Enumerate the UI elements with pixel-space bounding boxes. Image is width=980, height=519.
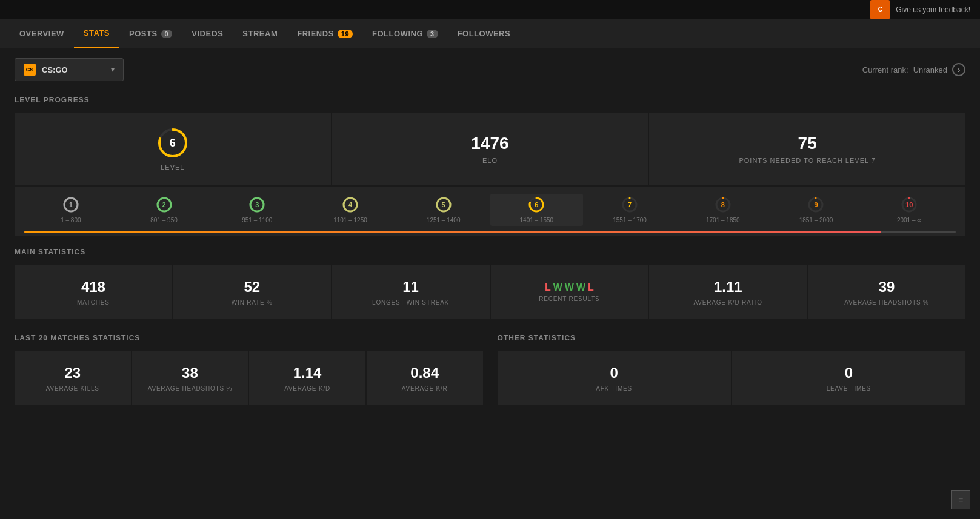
main-stats-grid: 418 MATCHES 52 WIN RATE % 11 LONGEST WIN… — [15, 265, 965, 319]
game-selector-dropdown[interactable]: CS CS:GO ▾ — [15, 58, 124, 81]
other-stat-card-leave-times: 0 LEAVE TIMES — [732, 351, 965, 405]
level-badge-container: 6 LEVEL — [157, 127, 188, 171]
game-icon: CS — [24, 64, 36, 76]
recent-results: LWWWL — [545, 282, 594, 293]
points-needed-label: POINTS NEEDED TO REACH LEVEL 7 — [739, 157, 875, 164]
main-stat-card-win-streak: 11 LONGEST WIN STREAK — [332, 265, 490, 319]
tier-range: 2001 – ∞ — [897, 217, 922, 223]
clash-icon: C — [870, 0, 890, 19]
other-stat-value-leave-times: 0 — [845, 365, 853, 382]
tier-range: 951 – 1100 — [242, 217, 272, 223]
stat-label-matches: MATCHES — [77, 299, 110, 306]
result-badge: W — [576, 282, 585, 293]
last20-card-avg-kd: 1.14 AVERAGE K/D — [249, 351, 365, 405]
main-stat-card-kd-ratio: 1.11 AVERAGE K/D RATIO — [649, 265, 807, 319]
last20-label-avg-kd: AVERAGE K/D — [284, 385, 330, 392]
level-progress-heading: LEVEL PROGRESS — [15, 96, 965, 104]
other-stats-grid: 0 AFK TIMES 0 LEAVE TIMES — [498, 351, 966, 405]
nav-tabs: OVERVIEW STATS POSTS 0 VIDEOS STREAM FRI… — [0, 19, 980, 48]
main-stat-card-win-rate: 52 WIN RATE % — [173, 265, 331, 319]
stat-value-win-rate: 52 — [244, 279, 260, 296]
main-stats-heading: MAIN STATISTICS — [15, 248, 965, 256]
rank-arrow-icon: › — [958, 65, 961, 74]
result-badge: W — [565, 282, 574, 293]
last20-label-avg-kr: AVERAGE K/R — [402, 385, 448, 392]
other-stat-value-afk-times: 0 — [610, 365, 618, 382]
tier-item-10: 10 2001 – ∞ — [862, 194, 956, 226]
last20-card-avg-kills: 23 AVERAGE KILLS — [15, 351, 131, 405]
tier-number: 5 — [442, 201, 445, 208]
tier-number: 10 — [905, 201, 913, 208]
tab-stats[interactable]: STATS — [74, 19, 119, 48]
tier-badge-5: 5 — [435, 196, 452, 213]
other-stats-section: OTHER STATISTICS 0 AFK TIMES 0 LEAVE TIM… — [498, 334, 966, 405]
tier-number: 1 — [69, 201, 73, 208]
last20-value-avg-kr: 0.84 — [410, 365, 439, 382]
tier-badge-4: 4 — [342, 196, 359, 213]
tier-item-6: 6 1401 – 1550 — [490, 194, 584, 226]
game-selector-row: CS CS:GO ▾ Current rank: Unranked › — [15, 58, 965, 81]
tab-posts[interactable]: POSTS 0 — [119, 19, 182, 48]
scroll-button[interactable]: ≡ — [951, 490, 970, 509]
tab-followers[interactable]: FOLLOWERS — [448, 19, 521, 48]
tier-item-8: 8 1701 – 1850 — [676, 194, 770, 226]
chevron-down-icon: ▾ — [111, 65, 115, 74]
notification-area: C Give us your feedback! — [870, 0, 970, 19]
last20-card-avg-hs: 38 AVERAGE HEADSHOTS % — [132, 351, 248, 405]
last20-label-avg-hs: AVERAGE HEADSHOTS % — [148, 385, 233, 392]
following-badge: 3 — [427, 30, 438, 38]
other-stat-label-afk-times: AFK TIMES — [596, 385, 632, 392]
last20-heading: LAST 20 MATCHES STATISTICS — [15, 334, 483, 342]
top-bar: C Give us your feedback! — [0, 0, 980, 19]
tier-range: 1551 – 1700 — [613, 217, 647, 223]
game-selector-label: CS:GO — [42, 65, 105, 74]
main-stat-card-recent-results: LWWWL RECENT RESULTS — [491, 265, 648, 319]
last20-value-avg-kills: 23 — [64, 365, 81, 382]
stat-value-kd-ratio: 1.11 — [714, 279, 742, 296]
tier-badge-3: 3 — [248, 196, 265, 213]
level-number: 6 — [170, 137, 176, 150]
current-rank-label: Current rank: — [862, 65, 908, 74]
points-needed-value: 75 — [798, 134, 817, 153]
tier-bar-container: 1 1 – 800 2 801 – 950 3 951 – 1100 — [15, 187, 965, 236]
tier-badge-7: 7 — [621, 196, 638, 213]
last20-card-avg-kr: 0.84 AVERAGE K/R — [367, 351, 483, 405]
elo-label: ELO — [482, 157, 498, 164]
stat-label-kd-ratio: AVERAGE K/D RATIO — [694, 299, 762, 306]
tier-number: 8 — [721, 201, 725, 208]
main-stats-section: MAIN STATISTICS 418 MATCHES 52 WIN RATE … — [15, 248, 965, 319]
main-content: CS CS:GO ▾ Current rank: Unranked › LEVE… — [0, 48, 980, 415]
level-badge: 6 — [157, 127, 188, 159]
tier-item-4: 4 1101 – 1250 — [304, 194, 397, 226]
level-label: LEVEL — [161, 164, 184, 171]
tier-range: 1401 – 1550 — [520, 217, 554, 223]
stat-label-win-streak: LONGEST WIN STREAK — [372, 299, 449, 306]
tier-item-9: 9 1851 – 2000 — [770, 194, 863, 226]
elo-card: 1476 ELO — [332, 113, 648, 185]
elo-value: 1476 — [471, 134, 508, 153]
current-rank-display: Current rank: Unranked › — [862, 63, 965, 76]
result-badge: L — [588, 282, 594, 293]
main-stat-card-headshots: 39 AVERAGE HEADSHOTS % — [808, 265, 965, 319]
tier-badge-9: 9 — [807, 196, 824, 213]
rank-circle: › — [952, 63, 965, 76]
tier-badge-6: 6 — [528, 196, 545, 213]
tab-following[interactable]: FOLLOWING 3 — [362, 19, 448, 48]
tier-badge-10: 10 — [901, 196, 918, 213]
tab-stream[interactable]: STREAM — [233, 19, 287, 48]
tab-overview[interactable]: OVERVIEW — [10, 19, 74, 48]
stat-value-win-streak: 11 — [402, 279, 419, 296]
tab-videos[interactable]: VIDEOS — [182, 19, 233, 48]
result-badge: L — [545, 282, 551, 293]
tier-range: 1251 – 1400 — [427, 217, 461, 223]
tier-range: 1851 – 2000 — [799, 217, 833, 223]
tiers-row: 1 1 – 800 2 801 – 950 3 951 – 1100 — [24, 194, 956, 226]
tab-friends[interactable]: FRIENDS 19 — [287, 19, 362, 48]
tier-range: 1101 – 1250 — [333, 217, 367, 223]
last20-grid: 23 AVERAGE KILLS 38 AVERAGE HEADSHOTS % … — [15, 351, 483, 405]
result-badge: W — [553, 282, 562, 293]
tier-badge-1: 1 — [62, 196, 79, 213]
tier-item-1: 1 1 – 800 — [24, 194, 118, 226]
level-card: 6 LEVEL — [15, 113, 331, 185]
bottom-row: LAST 20 MATCHES STATISTICS 23 AVERAGE KI… — [15, 334, 965, 405]
